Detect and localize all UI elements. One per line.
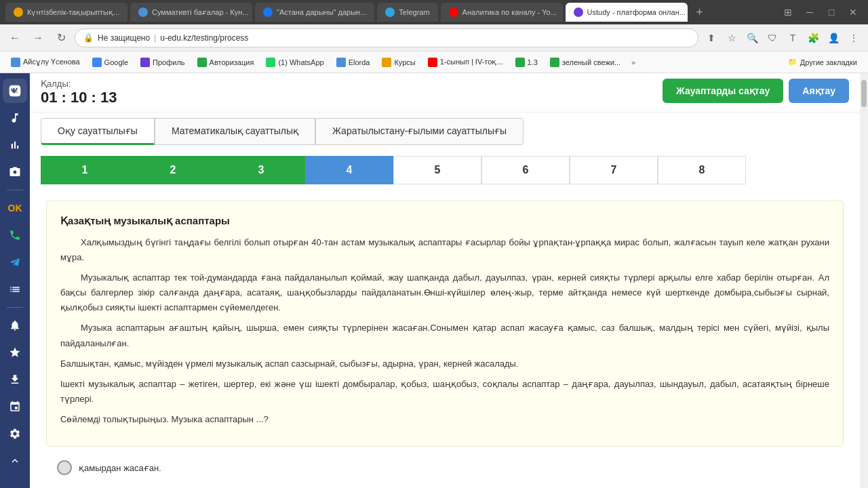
question-4[interactable]: 4: [305, 156, 393, 184]
extensions-button[interactable]: ⊞: [778, 5, 797, 19]
bookmark-whatsapp-label: (1) WhatsApp: [278, 58, 323, 66]
left-sidebar: OK: [0, 73, 30, 488]
question-7[interactable]: 7: [570, 156, 658, 184]
sidebar-app-pin[interactable]: [3, 394, 27, 419]
sidebar-app-telegram[interactable]: [3, 250, 27, 274]
reload-button[interactable]: ↻: [52, 28, 71, 47]
url-bar[interactable]: 🔒 Не защищено | u-edu.kz/testing/process: [75, 28, 698, 47]
bookmark-whatsapp[interactable]: (1) WhatsApp: [260, 56, 329, 68]
question-2[interactable]: 2: [129, 156, 217, 184]
bookmark-star-icon[interactable]: ☆: [723, 29, 741, 47]
bookmark-google[interactable]: Google: [87, 56, 134, 68]
bookmark-kursy-label: Курсы: [394, 58, 415, 66]
reading-text: Халқымыздың бүгінгі таңдағы белгілі болы…: [60, 235, 829, 427]
tab-1-label: Күнтізбелік-тақырыптық...: [27, 8, 119, 17]
sidebar-app-vk[interactable]: [3, 79, 27, 103]
bookmark-kursy-icon: [382, 58, 391, 67]
sidebar-app-camera[interactable]: [3, 160, 27, 184]
bookmark-auth[interactable]: Авторизация: [192, 56, 260, 68]
tab-6-icon: [574, 7, 583, 17]
sidebar-separator-2: [7, 307, 23, 308]
bookmark-vk[interactable]: Айсұлу Үсенова: [5, 56, 85, 68]
question-1[interactable]: 1: [41, 156, 129, 184]
tab-1[interactable]: Күнтізбелік-тақырыптық...: [5, 3, 127, 22]
question-8[interactable]: 8: [658, 156, 746, 184]
tab-add-button[interactable]: +: [690, 3, 709, 22]
back-button[interactable]: ←: [5, 28, 24, 47]
share-icon[interactable]: ⬆: [703, 29, 720, 47]
bookmark-elorda[interactable]: Elorda: [331, 56, 376, 68]
sidebar-app-notifications[interactable]: [3, 313, 27, 338]
reading-area[interactable]: Қазақтың музыкалық аспаптары Халқымыздың…: [30, 190, 860, 488]
reading-title: Қазақтың музыкалық аспаптары: [60, 215, 829, 227]
url-separator: |: [154, 33, 156, 43]
paragraph-6: Сөйлемді толықтырыңыз. Музыка аспаптарын…: [60, 412, 829, 427]
bookmark-elorda-icon: [336, 58, 346, 67]
sidebar-app-ok[interactable]: OK: [3, 196, 27, 220]
bookmarks-bar: Айсұлу Үсенова Google Профиль Авторизаци…: [0, 52, 868, 73]
forward-button[interactable]: →: [28, 28, 47, 47]
tab-science[interactable]: Жаратылыстану-ғылыми сауаттылығы: [315, 118, 524, 145]
translate-icon[interactable]: T: [784, 29, 802, 47]
bookmark-folder[interactable]: 📁 Другие закладки: [783, 56, 863, 68]
menu-icon[interactable]: ⋮: [845, 29, 863, 47]
bookmark-vk-label: Айсұлу Үсенова: [23, 58, 80, 66]
finish-button[interactable]: Аяқтау: [789, 79, 849, 103]
bookmark-zeleny[interactable]: зеленый свежи...: [545, 56, 626, 68]
profile-icon[interactable]: 👤: [825, 29, 842, 47]
sidebar-app-download[interactable]: [3, 367, 27, 392]
tab-2-label: Суммативті бағалар - Кун...: [152, 8, 249, 17]
paragraph-2: Музыкалық аспаптар тек той-думандарда ға…: [60, 270, 829, 315]
paragraph-1: Халқымыздың бүгінгі таңдағы белгілі болы…: [60, 235, 829, 265]
bookmark-kursy[interactable]: Курсы: [376, 56, 420, 68]
sidebar-app-settings[interactable]: [3, 422, 27, 446]
timer-value: 01 : 10 : 13: [41, 89, 117, 106]
sidebar-app-collapse[interactable]: [3, 449, 27, 473]
sidebar-app-stats[interactable]: [3, 133, 27, 157]
paragraph-5: Ішекті музыкалық аспаптар – жетіген, шер…: [60, 377, 829, 407]
page-scrollbar[interactable]: [860, 73, 868, 488]
tab-6[interactable]: Ustudy - платформа онлан...: [566, 3, 688, 22]
timer-label: Қалды:: [41, 79, 117, 89]
tab-2[interactable]: Суммативті бағалар - Кун...: [130, 3, 252, 22]
bookmark-profile-icon: [140, 58, 150, 67]
bookmark-profile-label: Профиль: [153, 58, 185, 66]
question-6[interactable]: 6: [481, 156, 570, 184]
tab-3-icon: [263, 7, 273, 17]
tab-reading[interactable]: Оқу сауаттылығы: [41, 118, 155, 145]
sidebar-app-music[interactable]: [3, 106, 27, 130]
shield-icon[interactable]: 🛡: [764, 29, 781, 47]
bookmark-synip[interactable]: 1-сынып | ІV-тоқ...: [422, 56, 509, 68]
tab-3-label: "Астана дарыны" дарын...: [277, 8, 366, 16]
tab-4[interactable]: Telegram: [377, 3, 437, 22]
close-button[interactable]: ✕: [844, 5, 863, 19]
bookmark-1-3[interactable]: 1.3: [510, 56, 543, 68]
bookmark-profile[interactable]: Профиль: [135, 56, 191, 68]
answer-radio[interactable]: [57, 460, 72, 475]
question-numbers: 1 2 3 4 5 6 7 8: [30, 150, 860, 190]
sidebar-app-phone[interactable]: [3, 223, 27, 247]
sidebar-app-star[interactable]: [3, 340, 27, 365]
lens-icon[interactable]: 🔍: [743, 29, 761, 47]
content-area: Қалды: 01 : 10 : 13 Жауаптарды сақтау Ая…: [30, 73, 860, 488]
protocol-label: Не защищено: [98, 33, 150, 43]
save-answers-button[interactable]: Жауаптарды сақтау: [663, 79, 783, 103]
tab-3[interactable]: "Астана дарыны" дарын...: [255, 3, 374, 22]
timer-section: Қалды: 01 : 10 : 13: [41, 79, 117, 106]
url-text: u-edu.kz/testing/process: [160, 33, 248, 43]
maximize-button[interactable]: □: [822, 5, 841, 19]
bookmark-synip-icon: [428, 58, 437, 67]
question-3[interactable]: 3: [217, 156, 305, 184]
bookmark-1-3-label: 1.3: [528, 58, 538, 66]
sidebar-app-list[interactable]: [3, 277, 27, 302]
tab-5-icon: [449, 7, 458, 17]
extensions-icon[interactable]: 🧩: [804, 29, 822, 47]
page-scrollbar-thumb[interactable]: [861, 80, 867, 107]
tab-math[interactable]: Математикалық сауаттылық: [155, 118, 315, 145]
bookmark-google-icon: [92, 58, 102, 67]
question-5[interactable]: 5: [393, 156, 481, 184]
tab-5[interactable]: Аналитика по каналу - Yo...: [441, 3, 563, 22]
bookmark-more[interactable]: »: [627, 57, 639, 68]
minimize-button[interactable]: ─: [800, 5, 819, 19]
subject-tabs: Оқу сауаттылығы Математикалық сауаттылық…: [30, 113, 860, 150]
